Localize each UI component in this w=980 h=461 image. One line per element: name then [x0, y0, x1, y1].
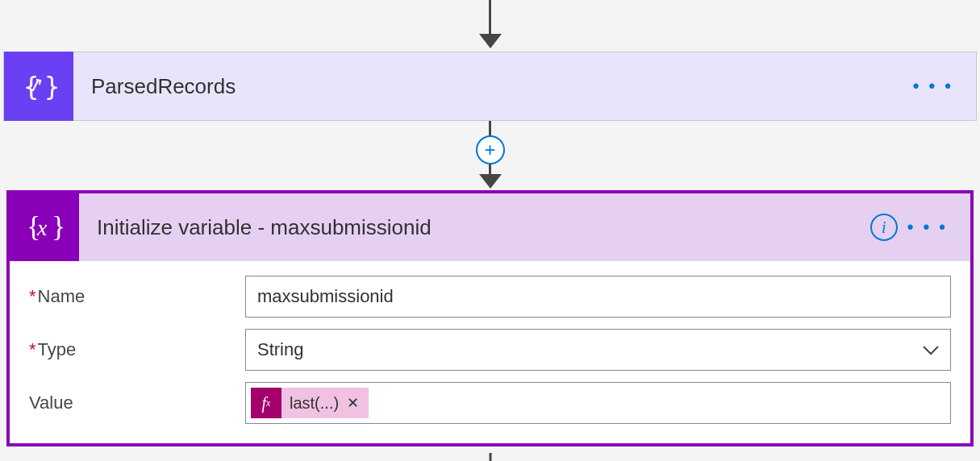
card-title: Initialize variable - maxsubmissionid [79, 215, 870, 240]
fx-icon: fx [251, 388, 281, 418]
value-input[interactable]: fx last(...) ✕ [245, 382, 951, 424]
action-card-parsedrecords[interactable]: { } ParsedRecords • • • [3, 52, 977, 121]
field-row-name: *Name [29, 276, 951, 318]
svg-text:{: { [23, 71, 39, 102]
required-marker: * [29, 339, 36, 359]
variable-icon: { } x [10, 193, 79, 261]
connector-incoming [479, 0, 502, 48]
card-header[interactable]: { } x Initialize variable - maxsubmissio… [10, 193, 970, 261]
add-step-button[interactable]: + [476, 135, 505, 164]
field-row-type: *Type String [29, 329, 951, 371]
field-label: Value [29, 392, 245, 413]
field-row-value: Value fx last(...) ✕ [29, 382, 951, 424]
connector-outgoing [489, 453, 491, 461]
info-icon[interactable]: i [870, 214, 898, 241]
svg-text:}: } [44, 71, 57, 102]
svg-text:}: } [52, 210, 65, 243]
svg-text:x: x [36, 215, 48, 240]
expression-token[interactable]: fx last(...) ✕ [251, 388, 369, 418]
card-title: ParsedRecords [73, 74, 913, 99]
action-card-initialize-variable: { } x Initialize variable - maxsubmissio… [6, 190, 974, 446]
card-body: *Name *Type String Value fx [10, 261, 970, 443]
required-marker: * [29, 286, 36, 306]
remove-token-button[interactable]: ✕ [347, 394, 369, 412]
token-label: last(...) [281, 394, 347, 413]
type-select[interactable]: String [245, 329, 951, 371]
chevron-down-icon [923, 339, 939, 360]
field-label: *Type [29, 339, 245, 360]
ellipsis-icon[interactable]: • • • [913, 76, 953, 97]
plus-icon: + [484, 139, 495, 161]
field-label: *Name [29, 286, 245, 307]
data-operations-icon: { } [4, 52, 73, 121]
select-value: String [257, 339, 303, 360]
name-input[interactable] [245, 276, 951, 318]
arrowhead-icon [479, 174, 502, 189]
arrowhead-icon [479, 34, 502, 48]
ellipsis-icon[interactable]: • • • [907, 217, 948, 238]
